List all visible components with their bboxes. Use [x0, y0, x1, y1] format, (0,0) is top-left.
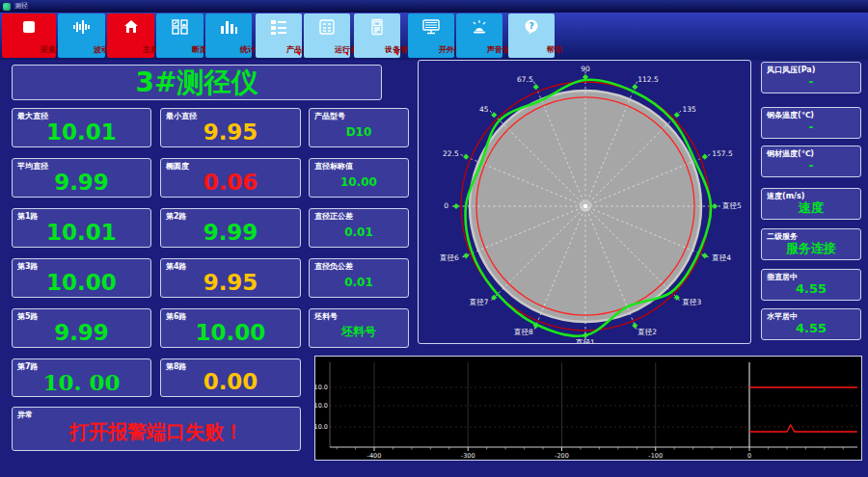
panel-value: 4.55	[762, 278, 860, 300]
run-params-button[interactable]: 运行参数	[304, 13, 350, 58]
trend-chart-svg: 10.010.010.0-400-300-200-1000	[315, 357, 861, 460]
stat-value: 0.06	[161, 167, 300, 197]
polar-axis-label: 直径3	[681, 298, 701, 306]
trend-x-tick-label: -200	[555, 452, 569, 460]
stat-ovality: 椭圆度 0.06	[160, 158, 301, 198]
stat-channel-1: 第1路 10.01	[12, 208, 151, 248]
wave-chart-button[interactable]: 波动图	[58, 13, 105, 58]
trend-y-tick-label: 10.0	[315, 384, 328, 391]
polar-axis-label: 直径6	[439, 253, 459, 262]
device-manage-icon	[368, 18, 386, 36]
trend-y-tick-label: 10.0	[315, 402, 328, 410]
main-screen-button[interactable]: 主界面	[107, 13, 154, 58]
collect-stop-button[interactable]: 采集停止	[2, 13, 56, 58]
stat-channel-4: 第4路 9.95	[160, 258, 301, 298]
stat-channel-7: 第7路 10. 00	[12, 358, 151, 397]
multi-pane-icon	[171, 18, 190, 36]
polar-axis-label: 直径4	[711, 253, 731, 262]
panel-vertical-centering: 垂直居中 4.55	[761, 269, 861, 301]
product-params-icon	[269, 18, 288, 36]
stat-value: 9.95	[161, 117, 300, 146]
stat-value: 10.01	[13, 217, 150, 247]
dropdown-arrow-icon	[394, 52, 398, 56]
panel-value: -	[762, 70, 860, 93]
stat-value: 9.95	[161, 267, 300, 297]
sound-alarm-button[interactable]: 声音告警	[456, 13, 502, 58]
device-manage-button[interactable]: 设备管理	[354, 13, 400, 58]
external-screen-button[interactable]: 开外接屏	[408, 13, 454, 58]
stat-channel-5: 第5路 9.99	[12, 308, 151, 348]
stat-value: D10	[310, 117, 408, 146]
stat-product-model: 产品型号 D10	[309, 108, 409, 147]
button-label: 帮助	[531, 44, 578, 55]
cross-section-svg: 022.54567.590112.5135157.5直径5直径4直径3直径2直径…	[419, 61, 750, 343]
svg-text:?: ?	[529, 21, 533, 31]
trend-x-tick-label: 0	[747, 452, 751, 460]
panel-speed: 速度(m/s) 速度	[761, 188, 861, 220]
statistics-button[interactable]: 统计图	[205, 13, 252, 58]
monitor-icon	[421, 18, 441, 36]
stat-channel-2: 第2路 9.99	[160, 208, 301, 248]
stat-value: 9.99	[13, 317, 150, 347]
trend-series-line	[749, 425, 857, 432]
panel-steel-temperature: 钢材温度(℃) -	[761, 146, 861, 177]
trend-y-tick-label: 10.0	[315, 423, 328, 431]
stat-value: 0.01	[310, 267, 408, 297]
stat-min-diameter: 最小直径 9.95	[160, 108, 301, 147]
app-icon	[3, 3, 11, 11]
stat-value: 坯料号	[310, 317, 408, 347]
panel-value: 速度	[762, 197, 860, 219]
exception-box: 异常 打开报警端口失败！	[12, 407, 301, 451]
polar-axis-label: 157.5	[712, 149, 733, 158]
polar-axis-label: 112.5	[637, 75, 659, 84]
product-params-button[interactable]: 产品参数	[256, 13, 302, 58]
polar-axis-label: 直径2	[637, 328, 657, 336]
stop-icon	[20, 18, 38, 36]
polar-axis-label: 90	[581, 65, 590, 73]
gauge-title: 3#测径仪	[13, 66, 381, 99]
help-button[interactable]: ? 帮助	[508, 13, 555, 58]
stat-channel-6: 第6路 10.00	[160, 308, 301, 348]
stat-value: 10.00	[161, 317, 300, 347]
waveform-icon	[72, 18, 92, 36]
title-bar: 测径	[0, 0, 868, 13]
polar-axis-label: 直径8	[513, 328, 533, 336]
panel-bar-temperature: 钢条温度(℃) -	[761, 107, 861, 139]
polar-axis-label: 22.5	[443, 149, 459, 158]
stat-channel-8: 第8路 0.00	[160, 358, 301, 397]
stat-nominal-diameter: 直径标称值 10.00	[309, 158, 409, 198]
gauge-title-box: 3#测径仪	[12, 65, 382, 100]
bar-chart-icon	[219, 18, 238, 36]
panel-value: -	[762, 116, 860, 138]
stat-max-diameter: 最大直径 10.01	[12, 108, 151, 147]
trend-x-tick-label: -400	[367, 452, 382, 460]
help-icon: ?	[523, 18, 540, 36]
window-title: 测径	[14, 2, 28, 11]
stat-value: 0.01	[310, 217, 408, 247]
polar-axis-label: 直径1	[575, 338, 595, 343]
section-chart-button[interactable]: 断面图	[156, 13, 203, 58]
stat-value: 0.00	[161, 367, 300, 396]
stat-avg-diameter: 平均直径 9.99	[12, 158, 151, 198]
trend-x-tick-label: -100	[648, 452, 663, 460]
dropdown-arrow-icon	[296, 52, 300, 56]
stat-value: 9.99	[13, 167, 150, 197]
stat-billet-number: 坯料号 坯料号	[309, 308, 409, 348]
stat-value: 10.00	[310, 167, 408, 197]
trend-x-tick-label: -300	[461, 452, 475, 460]
stat-plus-tolerance: 直径正公差 0.01	[309, 208, 409, 248]
exception-message: 打开报警端口失败！	[13, 413, 300, 450]
stat-value: 10. 00	[13, 367, 150, 396]
panel-level2-service: 二级服务 服务连接	[761, 228, 861, 260]
app-window: 测径 采集停止 波动图 主界面 断面图 统计图 产品参数	[0, 0, 868, 477]
cross-section-chart: 022.54567.590112.5135157.5直径5直径4直径3直径2直径…	[418, 60, 751, 344]
dropdown-arrow-icon	[344, 52, 348, 56]
polar-axis-label: 135	[682, 105, 696, 114]
panel-value: 服务连接	[762, 237, 860, 259]
stat-channel-3: 第3路 10.00	[12, 258, 151, 298]
stat-value: 10.01	[13, 117, 150, 146]
polar-axis-label: 0	[444, 201, 448, 210]
home-icon	[122, 18, 140, 36]
polar-axis-label: 直径7	[469, 298, 489, 306]
stat-value: 10.00	[13, 267, 150, 297]
